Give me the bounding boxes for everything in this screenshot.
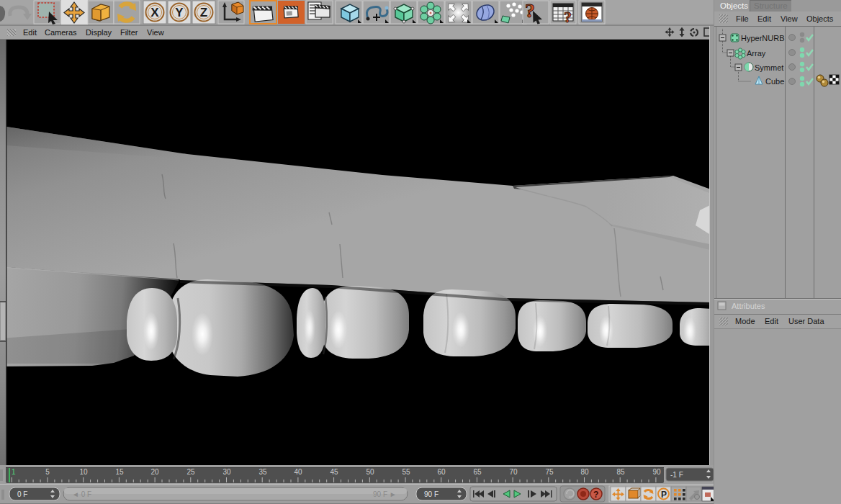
svg-text:Objects: Objects: [806, 14, 834, 23]
svg-text:Y: Y: [175, 6, 184, 19]
svg-text:5: 5: [45, 468, 50, 476]
svg-text:90 F: 90 F: [424, 490, 439, 498]
svg-text:45: 45: [330, 468, 338, 476]
svg-text:60: 60: [437, 468, 446, 476]
svg-text:35: 35: [258, 468, 267, 476]
svg-text:File: File: [736, 14, 749, 23]
svg-text:P: P: [661, 490, 667, 500]
svg-text:30: 30: [222, 468, 231, 476]
svg-text:90: 90: [652, 468, 661, 476]
svg-text:View: View: [781, 14, 798, 23]
svg-text:25: 25: [186, 468, 195, 476]
svg-text:Mode: Mode: [735, 317, 755, 325]
svg-text:Structure: Structure: [754, 1, 788, 10]
svg-text:Cube: Cube: [765, 77, 784, 86]
svg-text:0 F: 0 F: [17, 490, 27, 498]
svg-text:Array: Array: [747, 49, 766, 58]
svg-text:75: 75: [545, 468, 554, 476]
svg-text:Edit: Edit: [765, 317, 778, 325]
svg-text:80: 80: [580, 468, 589, 476]
svg-text:50: 50: [366, 468, 374, 476]
svg-text:HyperNURB: HyperNURB: [741, 34, 785, 42]
svg-text:40: 40: [294, 468, 302, 476]
svg-text:1: 1: [12, 468, 16, 476]
svg-text:Edit: Edit: [757, 14, 771, 23]
svg-text:X: X: [150, 6, 159, 19]
svg-text:?: ?: [593, 490, 598, 500]
svg-text:65: 65: [473, 468, 482, 476]
svg-text:Objects: Objects: [720, 1, 748, 10]
svg-text:Attributes: Attributes: [732, 302, 765, 310]
svg-text:User Data: User Data: [788, 317, 824, 325]
svg-text:55: 55: [402, 468, 410, 476]
svg-text:-1 F: -1 F: [670, 471, 683, 479]
svg-text:10: 10: [79, 468, 88, 476]
svg-text:?: ?: [564, 8, 572, 26]
svg-text:70: 70: [509, 468, 518, 476]
svg-text:◄ 0 F: ◄ 0 F: [72, 490, 91, 498]
svg-text:Symmet: Symmet: [755, 63, 783, 72]
svg-text:Z: Z: [200, 6, 207, 19]
svg-text:90 F ►: 90 F ►: [373, 490, 397, 498]
svg-text:15: 15: [115, 468, 124, 476]
svg-text:20: 20: [150, 468, 159, 476]
svg-text:85: 85: [616, 468, 625, 476]
